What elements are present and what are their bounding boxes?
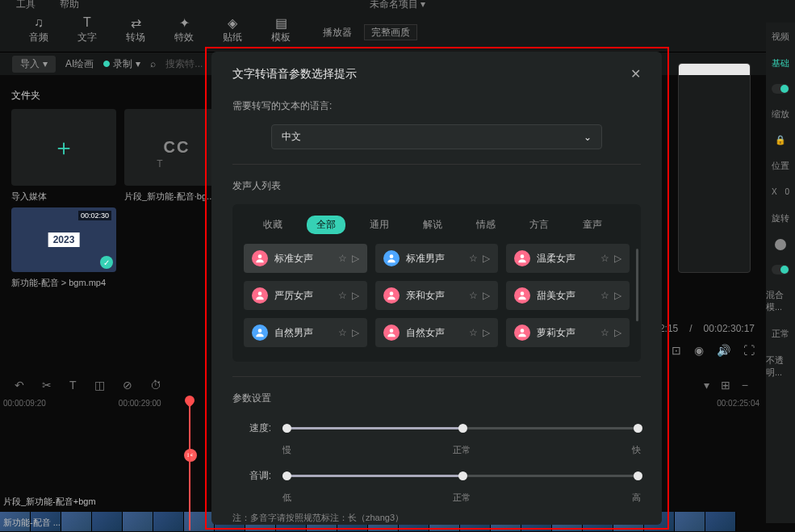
star-icon[interactable]: ☆ — [338, 253, 347, 264]
music-note-icon: ♫ — [34, 15, 44, 31]
media-toolbar: ⊡ ◉ 🔊 ⛶ — [672, 344, 755, 357]
play-icon[interactable]: ▷ — [614, 327, 621, 338]
star-icon[interactable]: ☆ — [338, 327, 347, 338]
voice-card[interactable]: 温柔女声☆▷ — [506, 244, 630, 273]
ai-draw-button[interactable]: AI绘画 — [65, 57, 94, 71]
menu-tools[interactable]: 工具 — [16, 0, 36, 11]
import-dropdown[interactable]: 导入▾ — [12, 56, 56, 73]
track-label-1: 片段_新功能-配音+bgm — [3, 496, 96, 508]
voice-tab-2[interactable]: 通用 — [360, 216, 399, 234]
import-media-card[interactable]: ＋ — [11, 109, 116, 186]
play-icon[interactable]: ▷ — [352, 290, 359, 301]
star-icon[interactable]: ☆ — [600, 327, 609, 338]
voice-card[interactable]: 标准女声☆▷ — [244, 244, 367, 273]
voice-tab-6[interactable]: 童声 — [573, 216, 612, 234]
text-tool-icon[interactable]: T — [69, 379, 77, 392]
play-icon[interactable]: ▷ — [352, 253, 359, 264]
minus-icon[interactable]: − — [742, 379, 748, 392]
play-icon[interactable]: ▷ — [352, 327, 359, 338]
tab-audio-label: 音频 — [29, 31, 48, 44]
play-icon[interactable]: ▷ — [483, 253, 490, 264]
star-icon[interactable]: ☆ — [469, 290, 478, 301]
voice-grid: 标准女声☆▷标准男声☆▷温柔女声☆▷严厉女声☆▷亲和女声☆▷甜美女声☆▷自然男声… — [244, 244, 630, 347]
template-icon: ▤ — [275, 15, 287, 31]
voice-tab-0[interactable]: 收藏 — [253, 216, 292, 234]
star-icon[interactable]: ☆ — [338, 290, 347, 301]
voice-name: 萝莉女声 — [537, 326, 594, 340]
tab-sticker[interactable]: ◈贴纸 — [208, 15, 257, 44]
undo-icon[interactable]: ↶ — [15, 379, 24, 392]
sticker-icon: ◈ — [228, 15, 237, 31]
voice-tab-3[interactable]: 解说 — [413, 216, 452, 234]
speed-icon[interactable]: ⊘ — [123, 379, 132, 392]
svg-point-0 — [258, 254, 262, 258]
grid-icon[interactable]: ⊞ — [721, 379, 730, 392]
quality-select[interactable]: 完整画质 — [364, 24, 417, 40]
lock-icon[interactable]: 🔒 — [775, 135, 786, 145]
play-icon[interactable]: ▷ — [483, 290, 490, 301]
voice-card[interactable]: 甜美女声☆▷ — [506, 281, 630, 310]
expand-icon[interactable]: ⛶ — [743, 344, 755, 357]
avatar-icon — [514, 325, 530, 341]
tab-text-label: 文字 — [77, 31, 97, 44]
voice-card[interactable]: 萝莉女声☆▷ — [506, 318, 630, 347]
text-icon: T — [83, 15, 91, 31]
star-icon[interactable]: ☆ — [600, 253, 609, 264]
modal-title: 文字转语音参数选择提示 — [232, 67, 357, 82]
play-icon[interactable]: ▷ — [483, 327, 490, 338]
rotate-knob[interactable] — [775, 239, 786, 250]
star-icon[interactable]: ☆ — [469, 253, 478, 264]
voice-card[interactable]: 自然女声☆▷ — [375, 318, 499, 347]
clip-thumbnail[interactable]: 00:02:30 2023 ✓ — [11, 207, 116, 272]
ruler-tick: 00:00:09:20 — [3, 399, 46, 412]
svg-point-7 — [389, 329, 393, 333]
pitch-slider[interactable] — [282, 464, 641, 487]
avatar-icon — [252, 325, 268, 341]
voice-card[interactable]: 亲和女声☆▷ — [375, 281, 499, 310]
video-tab[interactable]: 视频 — [772, 31, 789, 43]
right-sidebar: 视频 基础 缩放 🔒 位置 X 0 旋转 混合模... 正常 不透明... — [766, 23, 795, 523]
play-icon[interactable]: ▷ — [614, 290, 621, 301]
tab-effect[interactable]: ✦特效 — [160, 15, 208, 44]
playhead[interactable] — [189, 397, 190, 530]
star-icon[interactable]: ☆ — [469, 327, 478, 338]
scissors-icon[interactable]: ✂ — [42, 379, 52, 392]
basic-tab[interactable]: 基础 — [772, 57, 789, 69]
crop-icon[interactable]: ◫ — [94, 379, 105, 392]
chevron-down-icon[interactable]: ▾ — [704, 379, 709, 392]
search-icon[interactable]: ⌕ — [150, 58, 156, 69]
voice-tab-1[interactable]: 全部 — [307, 216, 345, 234]
voice-tab-5[interactable]: 方言 — [520, 216, 559, 234]
star-icon[interactable]: ☆ — [600, 290, 609, 301]
record-dot-icon — [103, 61, 110, 67]
voice-card[interactable]: 严厉女声☆▷ — [244, 281, 367, 310]
voice-card[interactable]: 标准男声☆▷ — [375, 244, 499, 273]
tab-text[interactable]: T文字 — [63, 15, 111, 44]
menu-help[interactable]: 帮助 — [60, 0, 79, 11]
speed-slider[interactable] — [282, 417, 641, 439]
svg-point-6 — [258, 329, 262, 333]
scrollbar[interactable] — [636, 249, 638, 321]
language-select[interactable]: 中文 ⌄ — [271, 124, 602, 149]
timer-icon[interactable]: ⏱ — [150, 379, 161, 392]
close-icon[interactable]: ✕ — [630, 66, 641, 82]
toggle-1[interactable] — [772, 84, 789, 94]
volume-icon[interactable]: 🔊 — [717, 344, 730, 357]
search-placeholder[interactable]: 搜索特... — [165, 57, 203, 71]
voice-name: 标准女声 — [274, 252, 332, 266]
record-dropdown[interactable]: 录制▾ — [103, 57, 140, 71]
pitch-max: 高 — [632, 492, 641, 504]
camera-icon[interactable]: ◉ — [694, 344, 704, 357]
blend-value[interactable]: 正常 — [772, 328, 789, 340]
cut-marker-icon[interactable]: ✂ — [184, 449, 197, 462]
voice-name: 标准男声 — [406, 252, 463, 266]
tab-transition[interactable]: ⇄转场 — [111, 15, 160, 44]
voice-card[interactable]: 自然男声☆▷ — [244, 318, 367, 347]
voice-tab-4[interactable]: 情感 — [467, 216, 505, 234]
tab-template[interactable]: ▤模板 — [257, 15, 305, 44]
display-icon[interactable]: ⊡ — [672, 344, 681, 357]
toggle-2[interactable] — [772, 265, 789, 274]
tab-audio[interactable]: ♫音频 — [15, 15, 63, 44]
play-icon[interactable]: ▷ — [614, 253, 621, 264]
project-name[interactable]: 未命名项目 ▾ — [370, 0, 425, 11]
